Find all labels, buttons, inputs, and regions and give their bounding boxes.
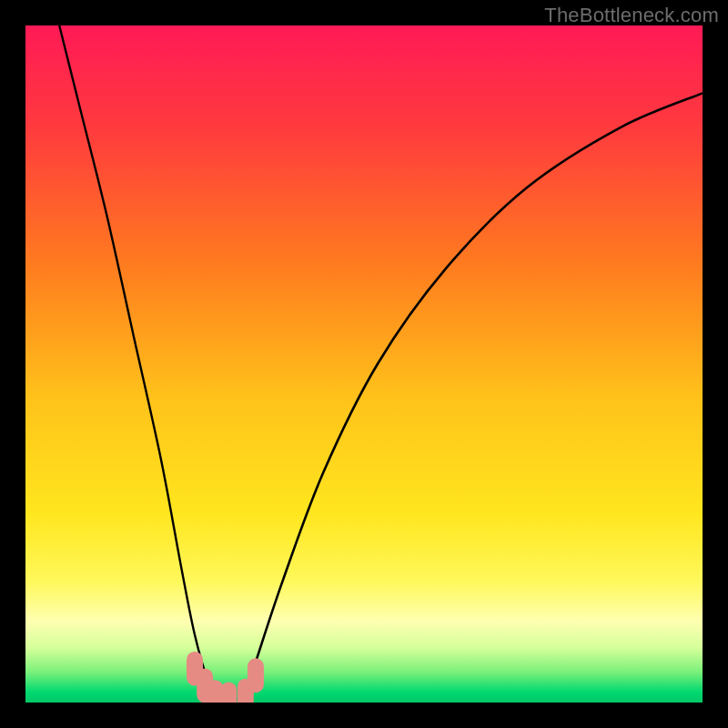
- watermark-text: TheBottleneck.com: [544, 4, 719, 27]
- curve-left-branch: [59, 25, 218, 703]
- bottleneck-curve-plot: [25, 25, 703, 703]
- trough-marker: [248, 658, 264, 693]
- chart-frame: [25, 25, 703, 703]
- curve-right-branch: [242, 93, 703, 703]
- trough-markers: [187, 652, 264, 703]
- trough-marker: [220, 682, 237, 703]
